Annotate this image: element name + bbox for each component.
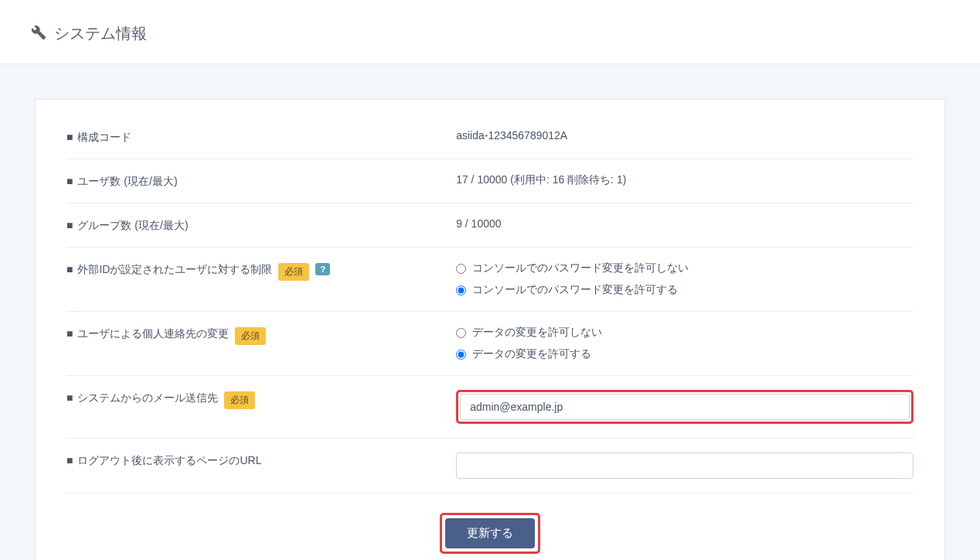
row-config-code: ■構成コード asiida-123456789012A — [66, 115, 914, 159]
label-user-contact-change: ■ユーザによる個人連絡先の変更 — [66, 327, 229, 341]
logout-page-input[interactable] — [456, 452, 914, 479]
value-config-code: asiida-123456789012A — [456, 129, 914, 145]
required-badge: 必須 — [235, 327, 266, 345]
radio-input[interactable] — [456, 350, 466, 360]
label-config-code: ■構成コード — [66, 131, 131, 145]
row-user-contact-change: ■ユーザによる個人連絡先の変更 必須 データの変更を許可しない データの変更を許… — [66, 312, 914, 376]
radio-option[interactable]: コンソールでのパスワード変更を許可しない — [456, 261, 914, 275]
system-mail-input[interactable] — [460, 394, 910, 420]
radio-label: データの変更を許可する — [472, 347, 591, 361]
row-system-mail: ■システムからのメール送信先 必須 — [66, 376, 914, 439]
label-user-count: ■ユーザ数 (現在/最大) — [66, 175, 178, 189]
value-user-count: 17 / 10000 (利用中: 16 削除待ち: 1) — [456, 173, 914, 189]
label-external-id-restriction: ■外部IDが設定されたユーザに対する制限 — [66, 263, 272, 277]
row-group-count: ■グループ数 (現在/最大) 9 / 10000 — [66, 203, 914, 248]
page-header: システム情報 — [0, 0, 980, 64]
required-badge: 必須 — [278, 263, 309, 281]
value-group-count: 9 / 10000 — [456, 217, 914, 233]
radio-option[interactable]: データの変更を許可しない — [456, 326, 914, 340]
page-title: システム情報 — [54, 23, 147, 44]
radio-label: データの変更を許可しない — [472, 326, 602, 340]
wrench-icon — [31, 25, 46, 43]
help-icon[interactable]: ? — [315, 263, 330, 275]
highlight-annotation-email — [456, 390, 914, 424]
radio-option[interactable]: データの変更を許可する — [456, 347, 914, 361]
radio-input[interactable] — [456, 328, 466, 338]
content-area: ■構成コード asiida-123456789012A ■ユーザ数 (現在/最大… — [0, 64, 980, 560]
radio-input[interactable] — [456, 285, 466, 295]
button-row: 更新する — [66, 493, 914, 554]
radio-option[interactable]: コンソールでのパスワード変更を許可する — [456, 283, 914, 297]
label-group-count: ■グループ数 (現在/最大) — [66, 219, 189, 233]
radio-label: コンソールでのパスワード変更を許可する — [472, 283, 678, 297]
required-badge: 必須 — [224, 391, 255, 409]
radio-group-contact-change: データの変更を許可しない データの変更を許可する — [456, 326, 914, 361]
radio-group-external-id: コンソールでのパスワード変更を許可しない コンソールでのパスワード変更を許可する — [456, 261, 914, 297]
label-system-mail: ■システムからのメール送信先 — [66, 391, 218, 405]
highlight-annotation-submit: 更新する — [440, 513, 540, 554]
settings-card: ■構成コード asiida-123456789012A ■ユーザ数 (現在/最大… — [35, 99, 945, 560]
submit-button[interactable]: 更新する — [445, 518, 535, 548]
row-external-id-restriction: ■外部IDが設定されたユーザに対する制限 必須 ? コンソールでのパスワード変更… — [66, 248, 914, 312]
row-user-count: ■ユーザ数 (現在/最大) 17 / 10000 (利用中: 16 削除待ち: … — [66, 159, 914, 203]
radio-label: コンソールでのパスワード変更を許可しない — [472, 261, 689, 275]
radio-input[interactable] — [456, 264, 466, 274]
label-logout-page: ■ログアウト後に表示するページのURL — [66, 454, 261, 468]
row-logout-page: ■ログアウト後に表示するページのURL — [66, 439, 914, 493]
